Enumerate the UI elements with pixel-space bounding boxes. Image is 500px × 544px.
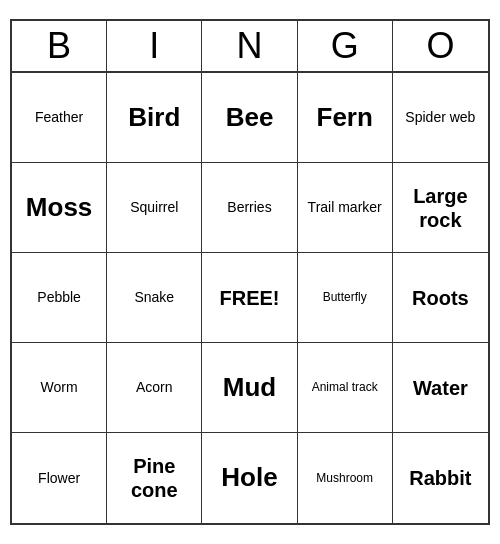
bingo-cell-0: Feather — [12, 73, 107, 163]
bingo-cell-21: Pine cone — [107, 433, 202, 523]
header-letter-B: B — [12, 21, 107, 71]
bingo-cell-23: Mushroom — [298, 433, 393, 523]
bingo-cell-text-24: Rabbit — [409, 466, 471, 490]
bingo-card: BINGO FeatherBirdBeeFernSpider webMossSq… — [10, 19, 490, 525]
header-letter-I: I — [107, 21, 202, 71]
bingo-cell-text-17: Mud — [223, 372, 276, 403]
bingo-cell-4: Spider web — [393, 73, 488, 163]
bingo-cell-text-3: Fern — [317, 102, 373, 133]
bingo-header: BINGO — [12, 21, 488, 73]
bingo-cell-24: Rabbit — [393, 433, 488, 523]
bingo-cell-text-2: Bee — [226, 102, 274, 133]
bingo-cell-15: Worm — [12, 343, 107, 433]
bingo-cell-18: Animal track — [298, 343, 393, 433]
bingo-cell-text-10: Pebble — [37, 289, 81, 306]
bingo-cell-text-1: Bird — [128, 102, 180, 133]
bingo-cell-text-0: Feather — [35, 109, 83, 126]
bingo-cell-text-19: Water — [413, 376, 468, 400]
bingo-cell-text-23: Mushroom — [316, 471, 373, 485]
bingo-cell-6: Squirrel — [107, 163, 202, 253]
bingo-cell-5: Moss — [12, 163, 107, 253]
bingo-cell-2: Bee — [202, 73, 297, 163]
header-letter-N: N — [202, 21, 297, 71]
bingo-cell-text-11: Snake — [134, 289, 174, 306]
bingo-cell-22: Hole — [202, 433, 297, 523]
bingo-cell-text-9: Large rock — [397, 184, 484, 232]
bingo-grid: FeatherBirdBeeFernSpider webMossSquirrel… — [12, 73, 488, 523]
bingo-cell-text-8: Trail marker — [308, 199, 382, 216]
bingo-cell-text-13: Butterfly — [323, 290, 367, 304]
bingo-cell-8: Trail marker — [298, 163, 393, 253]
bingo-cell-17: Mud — [202, 343, 297, 433]
bingo-cell-text-16: Acorn — [136, 379, 173, 396]
bingo-cell-7: Berries — [202, 163, 297, 253]
bingo-cell-16: Acorn — [107, 343, 202, 433]
bingo-cell-text-20: Flower — [38, 470, 80, 487]
bingo-cell-text-12: FREE! — [219, 286, 279, 310]
bingo-cell-text-5: Moss — [26, 192, 92, 223]
bingo-cell-1: Bird — [107, 73, 202, 163]
bingo-cell-text-15: Worm — [41, 379, 78, 396]
bingo-cell-text-14: Roots — [412, 286, 469, 310]
header-letter-G: G — [298, 21, 393, 71]
bingo-cell-text-22: Hole — [221, 462, 277, 493]
bingo-cell-text-4: Spider web — [405, 109, 475, 126]
bingo-cell-19: Water — [393, 343, 488, 433]
bingo-cell-13: Butterfly — [298, 253, 393, 343]
bingo-cell-14: Roots — [393, 253, 488, 343]
bingo-cell-20: Flower — [12, 433, 107, 523]
bingo-cell-3: Fern — [298, 73, 393, 163]
bingo-cell-text-6: Squirrel — [130, 199, 178, 216]
bingo-cell-11: Snake — [107, 253, 202, 343]
header-letter-O: O — [393, 21, 488, 71]
bingo-cell-text-21: Pine cone — [111, 454, 197, 502]
bingo-cell-text-7: Berries — [227, 199, 271, 216]
bingo-cell-9: Large rock — [393, 163, 488, 253]
bingo-cell-12: FREE! — [202, 253, 297, 343]
bingo-cell-text-18: Animal track — [312, 380, 378, 394]
bingo-cell-10: Pebble — [12, 253, 107, 343]
